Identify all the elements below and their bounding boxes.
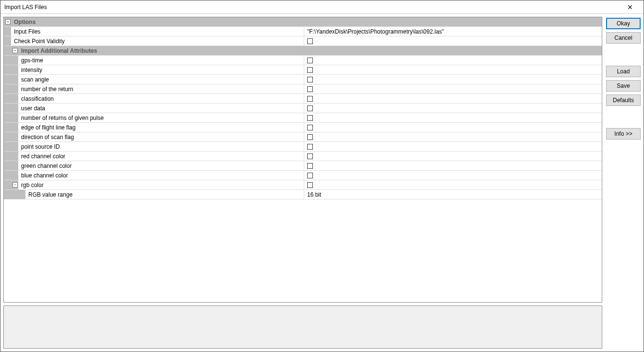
options-header-row[interactable]: − Options <box>4 17 602 27</box>
label-attr: green channel color <box>18 161 304 170</box>
button-column: Okay Cancel Load Save Defaults Info >> <box>606 17 641 349</box>
value-attr[interactable] <box>304 56 602 65</box>
label-check-point-validity: Check Point Validity <box>11 36 304 46</box>
gutter <box>4 180 11 189</box>
gutter <box>11 152 18 161</box>
gutter <box>4 94 11 103</box>
save-button[interactable]: Save <box>606 80 641 92</box>
import-attrs-header-label: Import Additional Attributes <box>18 46 602 55</box>
value-rgb-range[interactable]: 16 bit <box>304 190 602 199</box>
dialog-body: − Options Input Files "F:\YandexDisk\Pro… <box>0 14 644 352</box>
row-attr[interactable]: number of the return <box>4 84 602 94</box>
defaults-button[interactable]: Defaults <box>606 94 641 106</box>
gutter <box>4 171 11 180</box>
label-rgb-range: RGB value range <box>25 190 304 199</box>
row-attr[interactable]: green channel color <box>4 161 602 171</box>
gutter <box>4 36 11 46</box>
gutter <box>11 75 18 84</box>
gutter <box>11 94 18 103</box>
value-attr[interactable] <box>304 104 602 113</box>
label-attr: gps-time <box>18 56 304 65</box>
checkbox-attr[interactable] <box>307 134 313 140</box>
value-attr[interactable] <box>304 65 602 74</box>
row-attr[interactable]: classification <box>4 94 602 104</box>
label-attr: number of returns of given pulse <box>18 113 304 122</box>
label-attr: direction of scan flag <box>18 132 304 141</box>
expander-import-attrs[interactable]: − <box>12 48 18 53</box>
row-input-files[interactable]: Input Files "F:\YandexDisk\Projects\Phot… <box>4 27 602 36</box>
gutter <box>11 84 18 94</box>
info-panel <box>3 305 602 349</box>
checkbox-attr[interactable] <box>307 67 313 73</box>
row-attr[interactable]: number of returns of given pulse <box>4 113 602 123</box>
checkbox-check-point-validity[interactable] <box>307 38 313 44</box>
spacer <box>606 47 641 63</box>
gutter <box>4 27 11 36</box>
checkbox-attr[interactable] <box>307 173 313 178</box>
value-attr[interactable] <box>304 132 602 141</box>
label-attr: classification <box>18 94 304 103</box>
left-column: − Options Input Files "F:\YandexDisk\Pro… <box>3 17 602 349</box>
checkbox-attr[interactable] <box>307 58 313 63</box>
value-attr[interactable] <box>304 152 602 161</box>
checkbox-attr[interactable] <box>307 125 313 130</box>
row-attr[interactable]: blue channel color <box>4 171 602 180</box>
expander-rgb-color[interactable]: − <box>12 182 18 188</box>
value-input-files[interactable]: "F:\YandexDisk\Projects\Photogrammetry\l… <box>304 27 602 36</box>
row-attr[interactable]: red channel color <box>4 152 602 161</box>
row-attr[interactable]: edge of flight line flag <box>4 123 602 132</box>
label-attr: scan angle <box>18 75 304 84</box>
value-rgb-color[interactable] <box>304 180 602 189</box>
row-check-point-validity[interactable]: Check Point Validity <box>4 36 602 46</box>
row-attr[interactable]: gps-time <box>4 56 602 65</box>
value-attr[interactable] <box>304 123 602 132</box>
value-attr[interactable] <box>304 113 602 122</box>
checkbox-rgb-color[interactable] <box>307 182 313 188</box>
value-check-point-validity[interactable] <box>304 36 602 46</box>
gutter: − <box>11 180 18 189</box>
close-button[interactable]: ✕ <box>620 1 640 13</box>
checkbox-attr[interactable] <box>307 144 313 150</box>
gutter <box>11 65 18 74</box>
row-attr[interactable]: direction of scan flag <box>4 132 602 142</box>
row-rgb-color[interactable]: − rgb color <box>4 180 602 190</box>
value-attr[interactable] <box>304 171 602 180</box>
checkbox-attr[interactable] <box>307 115 313 121</box>
checkbox-attr[interactable] <box>307 86 313 92</box>
expander-options[interactable]: − <box>5 19 11 24</box>
checkbox-attr[interactable] <box>307 106 313 111</box>
row-import-attrs-header[interactable]: − Import Additional Attributes <box>4 46 602 56</box>
checkbox-attr[interactable] <box>307 77 313 82</box>
checkbox-attr[interactable] <box>307 153 313 159</box>
gutter <box>4 46 11 55</box>
label-attr: user data <box>18 104 304 113</box>
gutter <box>11 161 18 170</box>
checkbox-attr[interactable] <box>307 163 313 169</box>
row-attr[interactable]: user data <box>4 104 602 113</box>
gutter <box>4 132 11 141</box>
row-attr[interactable]: point source ID <box>4 142 602 152</box>
gutter <box>4 190 11 199</box>
spacer <box>606 109 641 125</box>
load-button[interactable]: Load <box>606 66 641 77</box>
row-rgb-range[interactable]: RGB value range 16 bit <box>4 190 602 199</box>
gutter: − <box>11 46 18 55</box>
gutter <box>11 113 18 122</box>
label-attr: point source ID <box>18 142 304 151</box>
value-attr[interactable] <box>304 161 602 170</box>
gutter <box>4 142 11 151</box>
cancel-button[interactable]: Cancel <box>606 32 641 44</box>
gutter <box>4 56 11 65</box>
value-attr[interactable] <box>304 84 602 94</box>
checkbox-attr[interactable] <box>307 96 313 102</box>
row-attr[interactable]: scan angle <box>4 75 602 84</box>
value-attr[interactable] <box>304 142 602 151</box>
okay-button[interactable]: Okay <box>606 18 641 29</box>
value-attr[interactable] <box>304 75 602 84</box>
row-attr[interactable]: intensity <box>4 65 602 75</box>
gutter <box>11 190 18 199</box>
info-button[interactable]: Info >> <box>606 128 641 140</box>
gutter <box>11 171 18 180</box>
value-attr[interactable] <box>304 94 602 103</box>
close-icon: ✕ <box>627 3 633 11</box>
